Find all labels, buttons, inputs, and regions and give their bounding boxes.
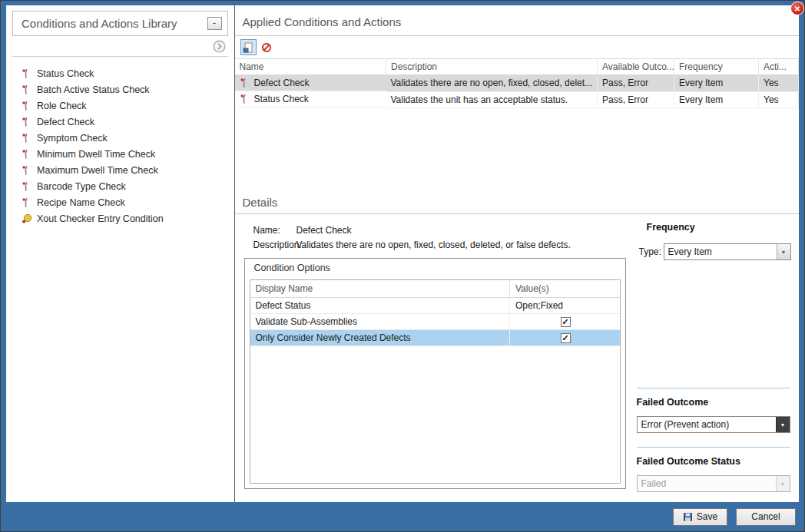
library-item-maximum-dwell-time-check[interactable]: Maximum Dwell Time Check (22, 162, 234, 178)
minus-icon: - (213, 18, 216, 28)
condition-icon (22, 68, 32, 79)
cancel-button-label: Cancel (751, 511, 780, 522)
apply-forward-button[interactable] (213, 40, 226, 53)
applied-column-header[interactable]: Name (235, 59, 386, 75)
chevron-down-icon: ▼ (776, 476, 790, 491)
option-value: ✓ (510, 329, 621, 345)
condition-option-defect-status[interactable]: Defect StatusOpen;Fixed (250, 297, 621, 313)
applied-cell-frequency: Every Item (674, 75, 759, 92)
close-icon: ✕ (794, 5, 800, 13)
library-item-xout-checker-entry-condition[interactable]: Xout Checker Entry Condition (22, 210, 234, 226)
library-item-label: Status Check (37, 68, 94, 79)
edit-condition-icon (243, 42, 253, 53)
failed-outcome-value: Error (Prevent action) (638, 417, 776, 432)
library-item-recipe-name-check[interactable]: Recipe Name Check (22, 194, 234, 210)
applied-column-header[interactable]: Available Outco... (598, 59, 674, 75)
library-item-label: Recipe Name Check (37, 197, 125, 208)
description-label: Description: (253, 240, 296, 250)
options-column-header: Value(s) (510, 280, 621, 297)
failed-outcome-dropdown[interactable]: Error (Prevent action) ▼ (637, 416, 790, 433)
applied-row-name: Defect Check (254, 78, 310, 88)
separator (637, 388, 790, 388)
frequency-type-value: Every Item (664, 244, 777, 259)
applied-cell-active: Yes (759, 91, 799, 107)
applied-row-status-check[interactable]: Status CheckValidates the unit has an ac… (235, 91, 799, 107)
library-item-defect-check[interactable]: Defect Check (22, 114, 234, 130)
applied-cell-name: Status Check (235, 91, 386, 107)
library-list: Status CheckBatch Active Status CheckRol… (6, 57, 234, 226)
checkbox-checked[interactable]: ✓ (561, 333, 571, 343)
condition-icon (22, 197, 32, 208)
option-display-name: Validate Sub-Assemblies (250, 313, 510, 329)
applied-header-row: NameDescriptionAvailable Outco...Frequen… (235, 59, 799, 75)
name-value: Defect Check (296, 225, 352, 236)
condition-icon (240, 94, 250, 104)
chevron-down-icon[interactable]: ▼ (776, 417, 790, 432)
dialog-content: Conditions and Actions Library - Status … (6, 5, 799, 502)
applied-column-header[interactable]: Frequency (674, 59, 759, 75)
options-rows: Defect StatusOpen;FixedValidate Sub-Asse… (250, 297, 621, 345)
library-item-label: Xout Checker Entry Condition (37, 213, 164, 224)
applied-toolbar (235, 36, 800, 58)
entry-condition-icon (22, 213, 32, 224)
applied-cell-available-outcomes: Pass, Error (598, 91, 674, 107)
applied-cell-frequency: Every Item (674, 91, 759, 107)
library-item-label: Symptom Check (37, 133, 108, 144)
frequency-type-label: Type: (639, 246, 661, 257)
library-item-batch-active-status-check[interactable]: Batch Active Status Check (22, 81, 234, 97)
applied-column-header[interactable]: Acti... (759, 59, 799, 75)
applied-row-defect-check[interactable]: Defect CheckValidates there are no open,… (235, 75, 799, 92)
library-item-barcode-type-check[interactable]: Barcode Type Check (22, 178, 234, 194)
option-value: Open;Fixed (510, 297, 621, 313)
save-button[interactable]: Save (673, 508, 727, 526)
option-value: ✓ (510, 313, 621, 329)
forward-arrow-icon (213, 40, 226, 53)
library-item-minimum-dwell-time-check[interactable]: Minimum Dwell Time Check (22, 146, 234, 162)
library-item-symptom-check[interactable]: Symptom Check (22, 130, 234, 146)
library-item-role-check[interactable]: Role Check (22, 97, 234, 114)
edit-condition-button[interactable] (240, 39, 257, 55)
library-header: Conditions and Actions Library - (12, 11, 228, 36)
condition-icon (240, 78, 250, 88)
option-display-name: Only Consider Newly Created Defects (250, 329, 510, 345)
applied-cell-name: Defect Check (235, 75, 386, 91)
frequency-type-dropdown[interactable]: Every Item ▼ (664, 243, 791, 260)
details-title: Details (235, 190, 800, 214)
dialog-footer: Save Cancel (1, 502, 804, 531)
library-item-label: Minimum Dwell Time Check (37, 149, 155, 160)
save-button-label: Save (697, 511, 717, 522)
condition-options-title: Condition Options (245, 259, 625, 278)
option-display-name: Defect Status (250, 297, 510, 313)
close-button[interactable]: ✕ (790, 2, 804, 15)
options-column-header: Display Name (250, 280, 510, 297)
condition-icon (22, 101, 32, 111)
condition-icon (22, 149, 32, 160)
library-title: Conditions and Actions Library (22, 17, 177, 30)
library-toolbar (12, 36, 228, 57)
applied-title: Applied Conditions and Actions (235, 5, 800, 36)
failed-outcome-status-value: Failed (638, 476, 776, 491)
collapse-button[interactable]: - (207, 17, 222, 30)
applied-panel: Applied Conditions and Actions (235, 5, 800, 502)
library-item-status-check[interactable]: Status Check (22, 65, 234, 81)
condition-option-validate-sub-assemblies[interactable]: Validate Sub-Assemblies✓ (250, 313, 621, 329)
checkbox-checked[interactable]: ✓ (561, 317, 571, 327)
options-header-row: Display NameValue(s) (250, 280, 621, 297)
applied-cell-active: Yes (759, 75, 799, 92)
details-body: Name: Defect Check Description: Validate… (235, 214, 800, 502)
condition-icon (22, 133, 32, 144)
library-item-label: Role Check (37, 101, 87, 111)
remove-condition-icon (261, 42, 272, 53)
library-item-label: Maximum Dwell Time Check (37, 165, 158, 176)
applied-table: NameDescriptionAvailable Outco...Frequen… (235, 58, 800, 190)
applied-column-header[interactable]: Description (386, 59, 598, 75)
chevron-down-icon[interactable]: ▼ (777, 244, 790, 259)
cancel-button[interactable]: Cancel (736, 508, 796, 526)
frequency-title: Frequency (647, 222, 695, 233)
separator (637, 447, 790, 448)
condition-options-table: Display NameValue(s) Defect StatusOpen;F… (250, 279, 621, 484)
library-item-label: Barcode Type Check (37, 181, 126, 192)
remove-condition-button[interactable] (259, 39, 275, 55)
condition-option-only-consider-newly-created-defects[interactable]: Only Consider Newly Created Defects✓ (250, 329, 621, 345)
library-item-label: Defect Check (37, 117, 94, 127)
